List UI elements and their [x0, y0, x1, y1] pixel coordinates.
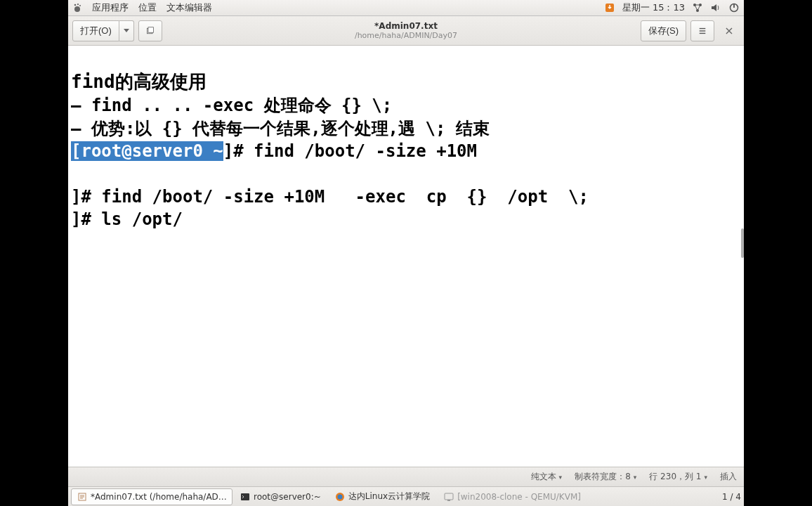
menu-texteditor[interactable]: 文本编辑器	[166, 1, 212, 14]
editor-line: ]# find /boot/ -size +10M -exec cp {} /o…	[71, 187, 589, 207]
taskbar-item-gedit[interactable]: *Admin07.txt (/home/haha/AD…	[71, 488, 233, 505]
vm-icon	[444, 492, 454, 502]
hamburger-menu-button[interactable]	[690, 20, 714, 41]
power-icon[interactable]	[728, 2, 740, 13]
svg-point-2	[79, 5, 81, 6]
gedit-icon	[77, 492, 87, 502]
recent-button[interactable]	[138, 20, 162, 41]
title-block: *Admin07.txt /home/haha/ADMIN/Day07	[355, 21, 457, 40]
taskbar-item-label: [win2008-clone - QEMU/KVM]	[457, 492, 581, 502]
editor-line: – find .. .. -exec 处理命令 {} \;	[71, 96, 392, 115]
svg-rect-19	[241, 493, 249, 500]
insert-mode: 插入	[720, 471, 737, 483]
scrollbar-thumb[interactable]	[741, 228, 744, 258]
clock[interactable]: 星期一 15：13	[622, 1, 685, 14]
svg-point-21	[337, 494, 342, 499]
network-icon[interactable]	[692, 2, 703, 13]
menu-locations[interactable]: 位置	[138, 1, 157, 14]
svg-rect-11	[148, 27, 154, 32]
editor-line: – 优势:以 {} 代替每一个结果,逐个处理,遇 \; 结束	[71, 119, 490, 138]
taskbar-item-firefox[interactable]: 达内Linux云计算学院	[329, 488, 436, 505]
save-button[interactable]: 保存(S)	[641, 20, 686, 41]
svg-point-3	[74, 6, 80, 12]
firefox-icon	[335, 492, 345, 502]
chevron-down-icon: ▾	[634, 474, 637, 481]
syntax-selector[interactable]: 纯文本 ▾	[531, 471, 563, 483]
svg-rect-22	[445, 493, 453, 500]
chevron-down-icon: ▾	[704, 474, 707, 481]
open-button-group: 打开(O)	[72, 20, 134, 41]
taskbar-item-terminal[interactable]: root@server0:~	[234, 488, 327, 505]
workspace-pager[interactable]: 1 / 4	[722, 492, 741, 502]
cursor-position[interactable]: 行 230，列 1 ▾	[649, 471, 707, 483]
hamburger-icon	[698, 26, 707, 36]
open-button[interactable]: 打开(O)	[72, 20, 119, 41]
taskbar-item-label: *Admin07.txt (/home/haha/AD…	[91, 492, 227, 502]
svg-point-1	[77, 4, 79, 5]
svg-point-0	[74, 4, 77, 6]
pager-label: 1 / 4	[722, 492, 741, 502]
editor-selection: [root@server0 ~	[71, 141, 223, 161]
close-button[interactable]: ×	[719, 24, 740, 37]
terminal-icon	[240, 492, 250, 502]
tabwidth-selector[interactable]: 制表符宽度：8 ▾	[575, 471, 636, 483]
menubar: 应用程序 位置 文本编辑器 星期一 15：13	[68, 0, 744, 16]
open-dropdown[interactable]	[119, 20, 134, 41]
volume-icon[interactable]	[710, 2, 721, 13]
editor-line: ]# find /boot/ -size +10M	[223, 141, 477, 161]
download-icon[interactable]	[604, 2, 615, 13]
taskbar: *Admin07.txt (/home/haha/AD… root@server…	[68, 486, 744, 506]
menu-applications[interactable]: 应用程序	[92, 1, 129, 14]
tabwidth-label: 制表符宽度：8	[575, 471, 631, 483]
window-subtitle: /home/haha/ADMIN/Day07	[355, 31, 457, 40]
taskbar-item-label: root@server0:~	[254, 492, 321, 502]
recent-icon	[146, 25, 155, 37]
editor-line: find的高级使用	[71, 71, 207, 92]
taskbar-item-vm[interactable]: [win2008-clone - QEMU/KVM]	[438, 488, 587, 505]
editor-area[interactable]: find的高级使用 – find .. .. -exec 处理命令 {} \; …	[68, 46, 744, 467]
taskbar-item-label: 达内Linux云计算学院	[348, 491, 430, 502]
statusbar: 纯文本 ▾ 制表符宽度：8 ▾ 行 230，列 1 ▾ 插入	[68, 467, 744, 486]
syntax-label: 纯文本	[531, 471, 556, 483]
window-title: *Admin07.txt	[355, 21, 457, 31]
position-label: 行 230，列 1	[649, 471, 701, 483]
window-toolbar: 打开(O) *Admin07.txt /home/haha/ADMIN/Day0…	[68, 16, 744, 46]
gnome-foot-icon	[72, 3, 82, 13]
chevron-down-icon: ▾	[559, 474, 563, 481]
svg-rect-23	[447, 500, 450, 501]
editor-line: ]# ls /opt/	[71, 209, 183, 229]
